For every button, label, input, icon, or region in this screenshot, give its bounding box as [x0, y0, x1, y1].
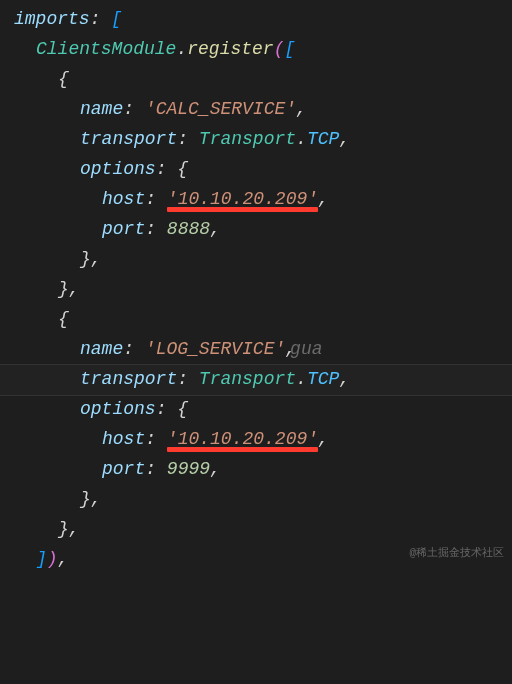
- code-line: options: {: [14, 394, 512, 424]
- code-line: },: [14, 244, 512, 274]
- code-line: name: 'LOG_SERVICE',gua: [14, 334, 512, 364]
- token-method: register: [187, 39, 273, 59]
- code-line: {: [14, 64, 512, 94]
- token-property: port: [102, 459, 145, 479]
- watermark: @稀土掘金技术社区: [409, 538, 504, 568]
- code-line: },: [14, 484, 512, 514]
- token-class: ClientsModule: [36, 39, 176, 59]
- token-string-underlined: '10.10.20.209': [167, 189, 318, 209]
- token-property: port: [102, 219, 145, 239]
- token-property: transport: [80, 129, 177, 149]
- token-constant: TCP: [307, 369, 339, 389]
- token-property: options: [80, 159, 156, 179]
- code-line: ClientsModule.register([: [14, 34, 512, 64]
- code-line: imports: [: [14, 4, 512, 34]
- code-editor[interactable]: imports: [ ClientsModule.register([ { na…: [0, 0, 512, 574]
- token-string: 'LOG_SERVICE': [145, 339, 285, 359]
- token-property: host: [102, 189, 145, 209]
- token-property: host: [102, 429, 145, 449]
- code-line: transport: Transport.TCP,: [14, 124, 512, 154]
- token-class: Transport: [199, 129, 296, 149]
- token-property: options: [80, 399, 156, 419]
- inline-suggestion: gua: [290, 339, 322, 359]
- token-number: 8888: [167, 219, 210, 239]
- token-class: Transport: [199, 369, 296, 389]
- token-string: 'CALC_SERVICE': [145, 99, 296, 119]
- code-line: host: '10.10.20.209',: [14, 424, 512, 454]
- token-property: imports: [14, 9, 90, 29]
- token-number: 9999: [167, 459, 210, 479]
- token-property: name: [80, 339, 123, 359]
- token-string-underlined: '10.10.20.209': [167, 429, 318, 449]
- token-property: transport: [80, 369, 177, 389]
- token-constant: TCP: [307, 129, 339, 149]
- code-line: port: 9999,: [14, 454, 512, 484]
- code-line: host: '10.10.20.209',: [14, 184, 512, 214]
- code-line: options: {: [14, 154, 512, 184]
- code-line: name: 'CALC_SERVICE',: [14, 94, 512, 124]
- token-property: name: [80, 99, 123, 119]
- code-line: port: 8888,: [14, 214, 512, 244]
- code-line: {: [14, 304, 512, 334]
- code-line: },: [14, 274, 512, 304]
